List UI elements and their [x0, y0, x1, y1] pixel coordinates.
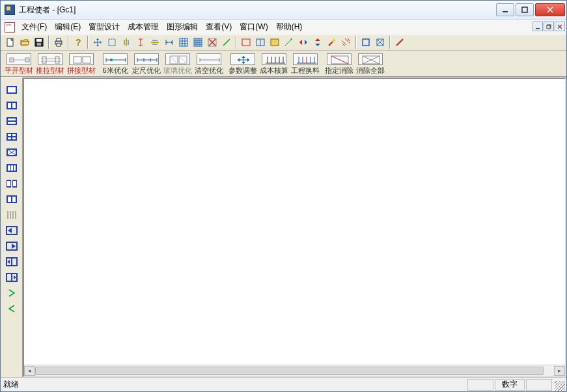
remove-all-icon: [358, 53, 383, 65]
remove-all-button[interactable]: 消除全部: [355, 53, 385, 76]
maximize-button[interactable]: [516, 3, 534, 16]
menu-view[interactable]: 查看(V): [202, 20, 236, 34]
svg-rect-6: [547, 25, 550, 29]
shape-1-button[interactable]: [5, 84, 19, 96]
help-icon: ?: [73, 37, 83, 48]
cut-horizontal-tool[interactable]: [148, 36, 161, 49]
material-swap-icon: [293, 53, 318, 65]
hatch-tool[interactable]: [340, 36, 353, 49]
optimize-fixed-button[interactable]: 定尺优化: [131, 53, 161, 76]
new-button[interactable]: [4, 36, 17, 49]
grid2-tool[interactable]: [191, 36, 204, 49]
title-bar[interactable]: 工程使者 - [Gc1]: [1, 1, 566, 20]
flip-v-tool[interactable]: [311, 36, 324, 49]
profile-sliding-button[interactable]: 推拉型材: [35, 53, 65, 76]
mdi-restore-button[interactable]: [544, 21, 554, 31]
horizontal-scrollbar[interactable]: ◂ ▸: [24, 365, 565, 376]
cut-vertical-tool[interactable]: [120, 36, 133, 49]
select-tool[interactable]: [105, 36, 118, 49]
material-swap-button[interactable]: 工程换料: [290, 53, 320, 76]
new-icon: [5, 37, 16, 48]
minimize-button[interactable]: [496, 3, 514, 16]
red-line-tool[interactable]: [393, 36, 406, 49]
shape-13-button[interactable]: [5, 272, 19, 283]
mdi-minimize-button[interactable]: [532, 21, 543, 31]
profile-swing-button[interactable]: 平开型材: [4, 53, 34, 76]
scroll-right-button[interactable]: ▸: [554, 366, 565, 376]
menu-graphic-edit[interactable]: 图形编辑: [163, 20, 202, 34]
line-tool[interactable]: [220, 36, 233, 49]
shape-9-button[interactable]: [5, 209, 19, 221]
print-button[interactable]: [52, 36, 65, 49]
profile-join-button[interactable]: 拼接型材: [66, 53, 96, 76]
status-pane-1: [467, 379, 493, 391]
shape-6-button[interactable]: [5, 162, 19, 174]
menu-cost[interactable]: 成本管理: [124, 20, 163, 34]
scroll-thumb[interactable]: [35, 367, 544, 375]
flip-h-tool[interactable]: [297, 36, 310, 49]
shape-2-button[interactable]: [5, 100, 19, 111]
svg-point-54: [333, 40, 335, 41]
drawing-canvas[interactable]: [24, 79, 565, 365]
menu-help[interactable]: 帮助(H): [272, 20, 307, 34]
svg-rect-11: [36, 39, 42, 42]
status-text: 就绪: [1, 379, 467, 390]
menu-window[interactable]: 窗口(W): [236, 20, 271, 34]
shape-11-button[interactable]: [5, 240, 19, 252]
shape-3-button[interactable]: [5, 115, 19, 127]
clear-optimize-button[interactable]: 清空优化: [194, 53, 224, 76]
shape-10-button[interactable]: [5, 225, 19, 236]
remove-selected-button[interactable]: 指定消除: [324, 53, 354, 76]
rect-double-tool[interactable]: [254, 36, 267, 49]
scroll-left-button[interactable]: ◂: [24, 366, 35, 376]
shape-15-button[interactable]: [5, 303, 19, 315]
svg-rect-12: [37, 43, 41, 46]
shape-14-button[interactable]: [5, 287, 19, 299]
effect-tool[interactable]: [325, 36, 339, 49]
cost-calc-button[interactable]: 成本核算: [259, 53, 289, 76]
shape-icon: [5, 303, 18, 314]
shape-7-button[interactable]: [5, 178, 19, 189]
document-icon[interactable]: [5, 22, 15, 33]
menu-file[interactable]: 文件(F): [18, 20, 51, 34]
shape-4-button[interactable]: [5, 131, 19, 143]
blue-rect-tool[interactable]: [359, 36, 372, 49]
delete-grid-tool[interactable]: [206, 36, 219, 49]
mdi-close-button[interactable]: [555, 21, 565, 31]
rect-hollow-tool[interactable]: [240, 36, 253, 49]
shape-8-button[interactable]: [5, 193, 19, 205]
shape-12-button[interactable]: [5, 256, 19, 268]
close-button[interactable]: [535, 3, 565, 16]
menu-window-design[interactable]: 窗型设计: [85, 20, 124, 34]
grid-tool[interactable]: [177, 36, 190, 49]
distance-tool[interactable]: [163, 36, 176, 49]
svg-rect-48: [242, 39, 250, 46]
shape-5-button[interactable]: [5, 147, 19, 158]
steel-icon: [135, 37, 146, 48]
param-adjust-button[interactable]: 参数调整: [228, 53, 258, 76]
optimize-6m-button[interactable]: 6米优化: [100, 53, 130, 76]
menu-edit[interactable]: 编辑(E): [51, 20, 85, 34]
svg-rect-14: [57, 38, 61, 41]
move-tool[interactable]: [91, 36, 104, 49]
svg-rect-134: [7, 181, 10, 186]
app-icon: [5, 5, 15, 15]
svg-line-67: [396, 39, 403, 46]
shape-icon: [5, 116, 18, 126]
flip-v-icon: [312, 37, 323, 48]
optimize-glass-button[interactable]: 玻璃优化: [163, 53, 193, 76]
scroll-track[interactable]: [35, 366, 554, 376]
open-icon: [20, 37, 30, 48]
help-button[interactable]: ?: [72, 36, 85, 49]
blue-x-tool[interactable]: [374, 36, 387, 49]
optimize-fixed-icon: [134, 53, 159, 65]
save-button[interactable]: [33, 36, 46, 49]
stretch-tool[interactable]: [283, 36, 296, 49]
resize-grip[interactable]: [555, 381, 565, 391]
clear-optimize-icon: [197, 53, 221, 65]
rect-fill-tool[interactable]: [268, 36, 281, 49]
shape-icon: [5, 147, 18, 158]
steel-tool[interactable]: [134, 36, 147, 49]
flip-h-icon: [298, 37, 309, 48]
open-button[interactable]: [18, 36, 31, 49]
